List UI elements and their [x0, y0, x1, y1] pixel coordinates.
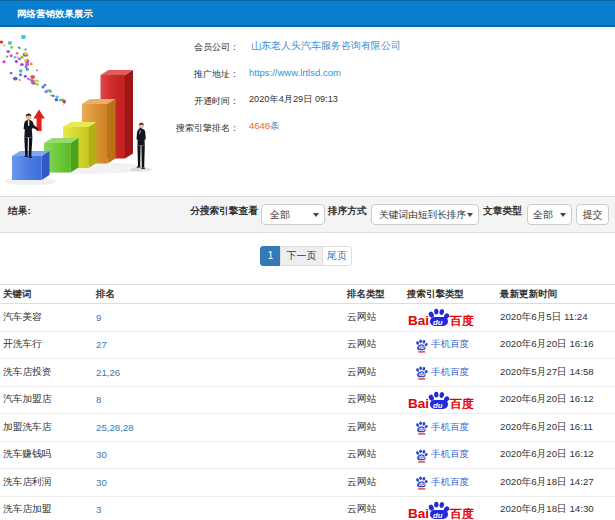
svg-text:du: du [433, 400, 443, 409]
svg-text:du: du [419, 345, 425, 350]
svg-text:du: du [433, 318, 443, 327]
svg-text:Bai: Bai [408, 313, 429, 327]
svg-text:百度: 百度 [449, 506, 474, 519]
svg-text:du: du [419, 372, 425, 377]
svg-text:du: du [419, 427, 425, 432]
svg-text:du: du [433, 510, 443, 519]
svg-text:du: du [419, 455, 425, 460]
svg-text:du: du [419, 482, 425, 487]
svg-text:百度: 百度 [449, 314, 474, 327]
svg-text:Bai: Bai [408, 506, 429, 520]
svg-text:百度: 百度 [449, 396, 474, 409]
svg-text:Bai: Bai [408, 396, 429, 410]
